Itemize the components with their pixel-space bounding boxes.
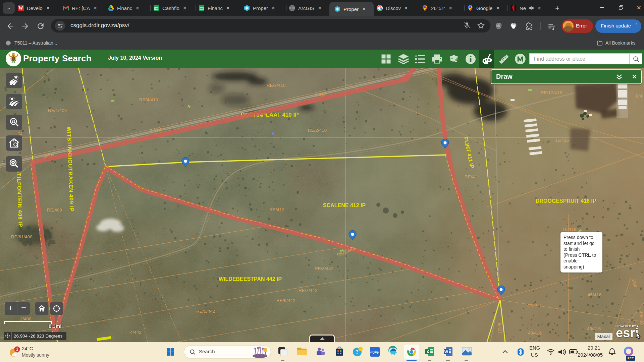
svg-text:RE/61/408: RE/61/408 <box>11 234 33 239</box>
svg-text:RE/411: RE/411 <box>465 174 479 179</box>
svg-text:W: W <box>444 350 448 354</box>
svg-text:RE/12/416: RE/12/416 <box>541 90 562 95</box>
svg-text:?: ? <box>356 349 359 355</box>
svg-text:45/416: 45/416 <box>588 292 601 297</box>
svg-text:RE/412: RE/412 <box>269 207 284 212</box>
svg-text:RE/3/410: RE/3/410 <box>267 83 285 88</box>
svg-text:46/416: 46/416 <box>587 326 601 331</box>
svg-text:RE/1/409: RE/1/409 <box>48 108 67 113</box>
svg-text:SCALENE 412 IP: SCALENE 412 IP <box>323 202 366 208</box>
svg-text:4/442: 4/442 <box>130 330 142 335</box>
svg-text:6/421: 6/421 <box>497 322 503 334</box>
svg-text:W: W <box>18 6 23 11</box>
svg-text:2/408: 2/408 <box>20 316 32 321</box>
svg-text:RE/409: RE/409 <box>47 207 62 213</box>
svg-text:1: 1 <box>16 347 18 352</box>
svg-text:DROOGESPRUIT 416 IP: DROOGESPRUIT 416 IP <box>536 198 596 204</box>
svg-text:15/416: 15/416 <box>555 138 569 143</box>
svg-text:WILDEBEESTPAN 442 IP: WILDEBEESTPAN 442 IP <box>219 276 282 282</box>
svg-text:RE/8/442: RE/8/442 <box>315 266 333 271</box>
svg-text:X: X <box>426 350 429 354</box>
svg-text:RE/2/410: RE/2/410 <box>308 128 327 133</box>
svg-text:RE/4/410: RE/4/410 <box>139 97 158 102</box>
svg-text:42/416: 42/416 <box>527 303 541 308</box>
svg-text:8/4: 8/4 <box>636 94 642 99</box>
svg-text:16/416: 16/416 <box>562 227 576 232</box>
svg-text:RE/7/442: RE/7/442 <box>299 288 317 293</box>
svg-text:RE/6/442: RE/6/442 <box>276 298 295 303</box>
svg-text:21: 21 <box>11 120 15 123</box>
svg-text:43/416: 43/416 <box>528 330 542 336</box>
svg-text:RE/5/442: RE/5/442 <box>196 309 215 314</box>
